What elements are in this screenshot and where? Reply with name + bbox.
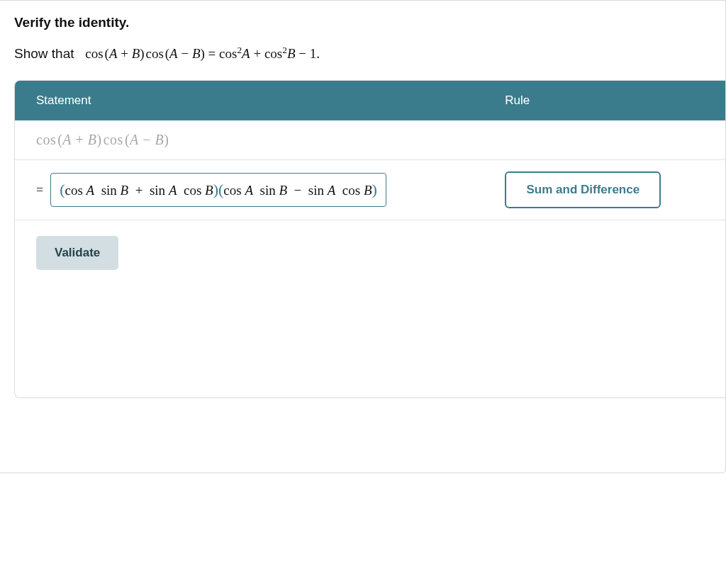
rule-select[interactable]: Sum and Difference bbox=[505, 171, 661, 208]
col-header-rule: Rule bbox=[484, 81, 725, 120]
expression-input[interactable]: (cos A sin B + sin A cos B)(cos A sin B … bbox=[50, 173, 386, 207]
instruction-prefix: Show that bbox=[14, 46, 74, 61]
validate-row: Validate bbox=[15, 220, 725, 398]
given-expression: cos(A + B)cos(A − B) bbox=[36, 132, 169, 147]
problem-container: Verify the identity. Show that cos(A + B… bbox=[0, 0, 726, 473]
equals-sign: = bbox=[36, 183, 43, 198]
target-identity: cos(A + B)cos(A − B) = cos2A + cos2B − 1… bbox=[85, 46, 320, 61]
instruction-line: Show that cos(A + B)cos(A − B) = cos2A +… bbox=[14, 43, 725, 64]
table-header-row: Statement Rule bbox=[15, 81, 725, 120]
col-header-statement: Statement bbox=[15, 81, 484, 120]
step-row: = (cos A sin B + sin A cos B)(cos A sin … bbox=[15, 160, 725, 220]
given-row: cos(A + B)cos(A − B) bbox=[15, 120, 725, 160]
step-statement-cell: = (cos A sin B + sin A cos B)(cos A sin … bbox=[36, 173, 469, 207]
proof-table: Statement Rule cos(A + B)cos(A − B) bbox=[15, 81, 725, 397]
proof-box: Statement Rule cos(A + B)cos(A − B) bbox=[14, 80, 725, 398]
validate-button[interactable]: Validate bbox=[36, 236, 118, 270]
instruction-heading: Verify the identity. bbox=[14, 15, 725, 30]
